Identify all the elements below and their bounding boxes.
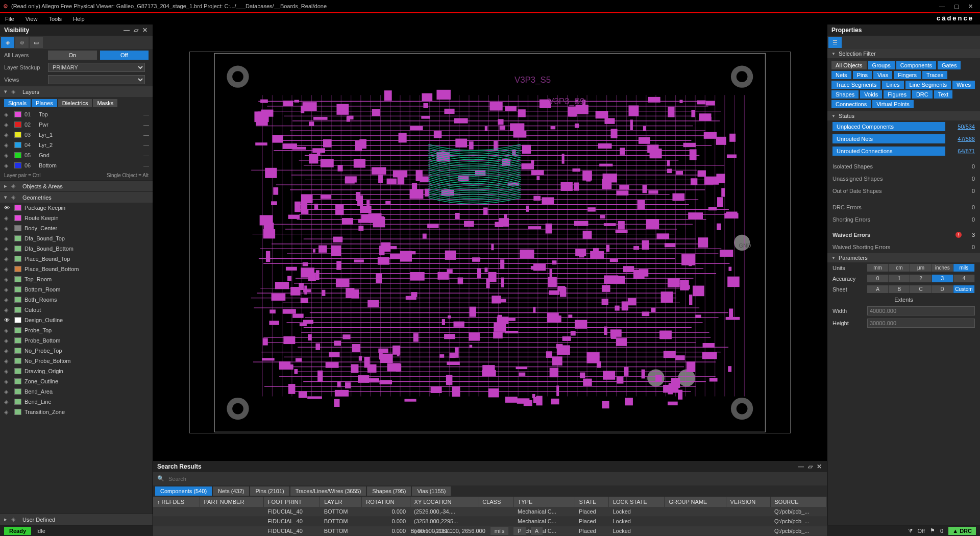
layer-style-icon[interactable]: — bbox=[143, 121, 149, 128]
layer-swatch[interactable] bbox=[14, 121, 21, 128]
status-link[interactable]: 47/566 bbox=[949, 136, 975, 142]
filter-chip[interactable]: Groups bbox=[868, 61, 895, 69]
table-row[interactable]: FIDUCIAL_40BOTTOM0.000 (2526.000,-34....… bbox=[153, 507, 827, 517]
geometry-row[interactable]: ◈ Zone_Outline bbox=[0, 376, 153, 386]
geometry-swatch[interactable] bbox=[14, 297, 21, 303]
geometry-swatch[interactable] bbox=[14, 409, 21, 415]
layer-row[interactable]: ◈ 06 Bottom — bbox=[0, 160, 153, 170]
filter-chip[interactable]: Pins bbox=[853, 71, 872, 79]
menu-file[interactable]: File bbox=[5, 16, 14, 22]
views-select[interactable] bbox=[48, 75, 145, 84]
selection-filter-header[interactable]: Selection Filter bbox=[827, 49, 980, 58]
geometry-row[interactable]: ◈ Drawing_Origin bbox=[0, 366, 153, 376]
geometry-row[interactable]: ◈ Transition_Zone bbox=[0, 407, 153, 417]
geometry-row[interactable]: ◈ Probe_Bottom bbox=[0, 335, 153, 346]
segment-button[interactable]: 3 bbox=[932, 275, 953, 282]
a-button[interactable]: A bbox=[531, 527, 543, 535]
col-header[interactable]: PART NUMBER bbox=[200, 497, 263, 507]
filter-chip[interactable]: Shapes bbox=[831, 90, 859, 99]
eye-icon[interactable]: ◈ bbox=[4, 266, 11, 273]
segment-button[interactable]: mils bbox=[953, 264, 975, 272]
parameters-header[interactable]: Parameters bbox=[827, 253, 980, 262]
layer-row[interactable]: ◈ 04 Lyr_2 — bbox=[0, 140, 153, 150]
drc-badge[interactable]: ▲ DRC bbox=[948, 527, 976, 535]
geometry-row[interactable]: ◈ Place_Bound_Top bbox=[0, 254, 153, 264]
search-tab[interactable]: Traces/Lines/Wires (3655) bbox=[290, 486, 366, 496]
all-layers-on-button[interactable]: On bbox=[48, 51, 97, 60]
view-mode-tab-2[interactable]: ⎊ bbox=[15, 37, 29, 48]
geometry-row[interactable]: ◈ Bend_Area bbox=[0, 386, 153, 397]
segment-button[interactable]: D bbox=[932, 285, 953, 293]
col-header[interactable]: CLASS bbox=[478, 497, 513, 507]
status-header[interactable]: Status bbox=[827, 111, 980, 120]
filter-chip[interactable]: All Objects bbox=[831, 61, 867, 69]
col-header[interactable]: STATE bbox=[575, 497, 608, 507]
geometry-swatch[interactable] bbox=[14, 368, 21, 374]
segment-button[interactable]: A bbox=[867, 285, 889, 293]
geometry-swatch[interactable] bbox=[14, 286, 21, 293]
geometry-swatch[interactable] bbox=[14, 276, 21, 282]
segment-button[interactable]: mm bbox=[867, 264, 889, 272]
col-header[interactable]: VERSION bbox=[726, 497, 770, 507]
col-header[interactable]: FOOT PRINT bbox=[263, 497, 320, 507]
filter-chip[interactable]: Line Segments bbox=[905, 81, 951, 89]
filter-chip[interactable]: Fingers bbox=[894, 71, 921, 79]
table-row[interactable]: FIDUCIAL_40BOTTOM0.000 (3258.000,2295...… bbox=[153, 516, 827, 526]
geometry-swatch[interactable] bbox=[14, 215, 21, 221]
filter-chip[interactable]: Nets bbox=[831, 71, 851, 79]
layer-swatch[interactable] bbox=[14, 162, 21, 168]
eye-icon[interactable]: ◈ bbox=[4, 337, 11, 344]
status-link[interactable]: 50/534 bbox=[949, 124, 975, 130]
eye-icon[interactable]: ◈ bbox=[4, 276, 11, 283]
layer-swatch[interactable] bbox=[14, 132, 21, 138]
col-header[interactable]: LOCK STATE bbox=[608, 497, 665, 507]
close-button[interactable]: ✕ bbox=[968, 3, 973, 10]
filter-chip[interactable]: DRC bbox=[912, 90, 933, 99]
geometry-swatch[interactable] bbox=[14, 317, 21, 323]
layer-row[interactable]: ◈ 05 Gnd — bbox=[0, 150, 153, 160]
eye-icon[interactable]: ◈ bbox=[4, 152, 11, 159]
minimize-button[interactable]: — bbox=[939, 3, 945, 10]
geometry-swatch[interactable] bbox=[14, 348, 21, 354]
filter-chip[interactable]: Traces bbox=[922, 71, 947, 79]
filter-chip[interactable]: Components bbox=[896, 61, 936, 69]
geometry-row[interactable]: ◈ Dfa_Bound_Top bbox=[0, 233, 153, 243]
col-header[interactable]: XY LOCATION bbox=[410, 497, 478, 507]
eye-icon[interactable]: ◈ bbox=[4, 215, 11, 222]
segment-button[interactable]: Custom bbox=[953, 285, 975, 293]
segment-button[interactable]: C bbox=[910, 285, 932, 293]
eye-icon[interactable]: ◈ bbox=[4, 348, 11, 354]
segment-button[interactable]: cm bbox=[889, 264, 910, 272]
filter-chip[interactable]: Text bbox=[934, 90, 952, 99]
segment-button[interactable]: 4 bbox=[953, 275, 975, 282]
eye-icon[interactable]: ◈ bbox=[4, 225, 11, 232]
all-layers-off-button[interactable]: Off bbox=[100, 51, 149, 60]
layer-style-icon[interactable]: — bbox=[143, 162, 149, 168]
view-mode-tab-3[interactable]: ▭ bbox=[30, 37, 43, 48]
geometry-swatch[interactable] bbox=[14, 358, 21, 364]
geometry-row[interactable]: 👁 Design_Outline bbox=[0, 315, 153, 325]
menu-tools[interactable]: Tools bbox=[48, 16, 62, 22]
eye-icon[interactable]: ◈ bbox=[4, 388, 11, 395]
menu-view[interactable]: View bbox=[26, 16, 38, 22]
search-tab[interactable]: Shapes (795) bbox=[367, 486, 411, 496]
geometry-swatch[interactable] bbox=[14, 205, 21, 211]
userdefined-section-header[interactable]: ▸◈ User Defined bbox=[0, 514, 153, 525]
geometry-row[interactable]: ◈ Bottom_Room bbox=[0, 284, 153, 295]
geometry-row[interactable]: ◈ Dfa_Bound_Bottom bbox=[0, 243, 153, 254]
eye-icon[interactable]: ◈ bbox=[4, 368, 11, 375]
search-input[interactable] bbox=[166, 474, 823, 484]
layer-row[interactable]: ◈ 03 Lyr_1 — bbox=[0, 130, 153, 140]
close-icon[interactable]: ✕ bbox=[141, 27, 149, 34]
layer-tab-masks[interactable]: Masks bbox=[93, 99, 117, 107]
properties-mode-icon[interactable]: ☰ bbox=[828, 37, 842, 48]
maximize-icon[interactable]: ▱ bbox=[132, 27, 139, 34]
geometry-swatch[interactable] bbox=[14, 388, 21, 395]
segment-button[interactable]: B bbox=[889, 285, 910, 293]
geometry-swatch[interactable] bbox=[14, 307, 21, 313]
pcb-canvas[interactable]: V3P3_S5 V3P3_S9 GND bbox=[153, 25, 827, 460]
geometry-swatch[interactable] bbox=[14, 235, 21, 241]
minimize-icon[interactable]: — bbox=[123, 27, 130, 34]
filter-chip[interactable]: Trace Segments bbox=[831, 81, 880, 89]
menu-help[interactable]: Help bbox=[73, 16, 85, 22]
